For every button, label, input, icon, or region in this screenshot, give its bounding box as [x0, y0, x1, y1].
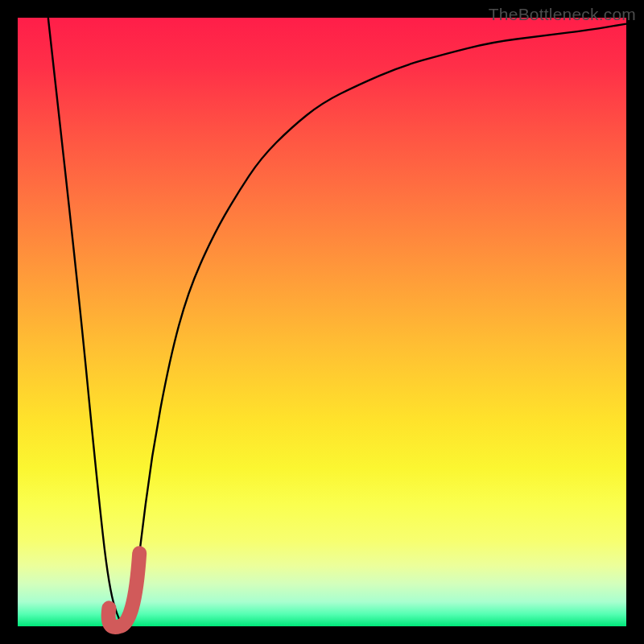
watermark-text: TheBottleneck.com — [489, 5, 636, 24]
bottleneck-curve — [48, 18, 626, 626]
chart-frame: TheBottleneck.com — [0, 0, 644, 644]
selected-point-marker — [109, 553, 140, 627]
curve-layer — [18, 18, 626, 626]
plot-area — [18, 18, 626, 626]
